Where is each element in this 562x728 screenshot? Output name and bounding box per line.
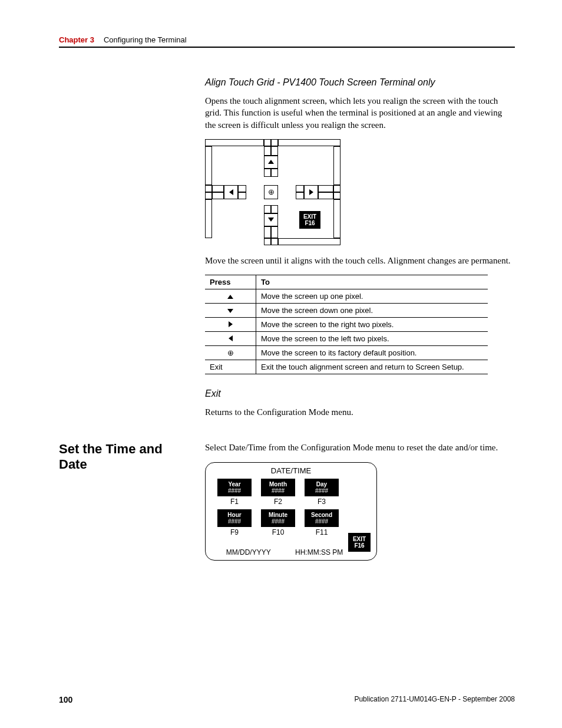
fkey-label: F1	[217, 498, 252, 506]
left-arrow-button[interactable]	[224, 185, 238, 199]
triangle-down-icon	[268, 218, 274, 222]
table-row: Move the screen to the left two pixels.	[205, 332, 488, 346]
key-hash: ####	[315, 487, 328, 494]
table-cell-to: Move the screen to the left two pixels.	[256, 332, 488, 346]
day-key[interactable]: Day ####	[305, 479, 339, 496]
panel-title: DATE/TIME	[206, 463, 376, 475]
table-cell-to: Move the screen up one pixel.	[256, 289, 488, 304]
right-arrow-button[interactable]	[304, 185, 318, 199]
center-crosshair-button[interactable]: ⊕	[264, 185, 278, 199]
exit-label-line1: EXIT	[353, 536, 366, 542]
key-label: Hour	[227, 512, 241, 518]
key-hash: ####	[272, 518, 285, 525]
publication-info: Publication 2711-UM014G-EN-P - September…	[354, 695, 515, 704]
table-header-press: Press	[205, 275, 256, 289]
triangle-right-icon	[309, 189, 313, 195]
second-key[interactable]: Second ####	[305, 509, 339, 527]
page-footer: 100 Publication 2711-UM014G-EN-P - Septe…	[59, 695, 515, 704]
triangle-up-icon	[227, 295, 233, 299]
body-paragraph: Returns to the Configuration Mode menu.	[205, 406, 515, 418]
table-row: Move the screen to the right two pixels.	[205, 318, 488, 332]
section-heading-exit: Exit	[205, 388, 515, 399]
crosshair-icon: ⊕	[268, 187, 275, 196]
month-key[interactable]: Month ####	[261, 479, 295, 496]
chapter-label: Chapter 3	[59, 35, 94, 44]
triangle-right-icon	[229, 321, 233, 327]
exit-label-line1: EXIT	[303, 213, 316, 220]
date-time-panel: DATE/TIME Year #### Month #### Day ####	[205, 462, 377, 561]
exit-label-line2: F16	[354, 542, 364, 549]
key-hash: ####	[228, 518, 241, 525]
key-hash: ####	[315, 518, 328, 525]
key-label: Month	[269, 481, 287, 487]
table-cell-to: Move the screen to its factory default p…	[256, 346, 488, 360]
page-number: 100	[59, 695, 72, 704]
minute-key[interactable]: Minute ####	[261, 509, 295, 527]
key-label: Year	[228, 481, 240, 487]
fkey-label: F11	[305, 528, 339, 536]
triangle-left-icon	[229, 335, 233, 341]
fkey-label: F9	[217, 528, 252, 536]
table-row: Move the screen up one pixel.	[205, 289, 488, 304]
touch-alignment-diagram: ⊕ EXIT F16	[205, 139, 340, 245]
body-paragraph: Move the screen until it aligns with the…	[205, 255, 515, 266]
table-row: Move the screen down one pixel.	[205, 304, 488, 318]
table-header-to: To	[256, 275, 488, 289]
exit-button[interactable]: EXIT F16	[299, 211, 320, 229]
date-format-label: MM/DD/YYYY	[226, 548, 271, 556]
table-cell-to: Move the screen down one pixel.	[256, 304, 488, 318]
key-label: Second	[311, 512, 332, 518]
table-cell-to: Move the screen to the right two pixels.	[256, 318, 488, 332]
down-arrow-button[interactable]	[264, 213, 278, 226]
table-row: Exit Exit the touch alignment screen and…	[205, 360, 488, 374]
triangle-down-icon	[227, 309, 233, 313]
key-hash: ####	[228, 487, 241, 494]
fkey-label: F10	[261, 528, 295, 536]
hour-key[interactable]: Hour ####	[217, 509, 252, 527]
table-cell-to: Exit the touch alignment screen and retu…	[256, 360, 488, 374]
fkey-label: F3	[305, 498, 339, 506]
triangle-left-icon	[229, 189, 233, 195]
year-key[interactable]: Year ####	[217, 479, 252, 496]
key-hash: ####	[272, 487, 285, 494]
chapter-title: Configuring the Terminal	[104, 35, 187, 44]
triangle-up-icon	[268, 160, 274, 164]
key-label: Minute	[269, 512, 287, 518]
section-heading-align-touch-grid: Align Touch Grid - PV1400 Touch Screen T…	[205, 77, 515, 88]
crosshair-icon: ⊕	[227, 348, 234, 357]
body-paragraph: Select Date/Time from the Configuration …	[205, 442, 515, 453]
key-label: Day	[316, 481, 327, 487]
section-heading-set-time-date: Set the Time and Date	[59, 442, 193, 472]
body-paragraph: Opens the touch alignment screen, which …	[205, 95, 515, 131]
time-format-label: HH:MM:SS PM	[295, 548, 343, 556]
press-to-table: Press To Move the screen up one pixel. M…	[205, 275, 488, 374]
fkey-label: F2	[261, 498, 295, 506]
table-cell-press: Exit	[205, 360, 256, 374]
exit-label-line2: F16	[305, 220, 315, 226]
up-arrow-button[interactable]	[264, 156, 278, 169]
page-header: Chapter 3 Configuring the Terminal	[59, 35, 515, 48]
table-row: ⊕ Move the screen to its factory default…	[205, 346, 488, 360]
